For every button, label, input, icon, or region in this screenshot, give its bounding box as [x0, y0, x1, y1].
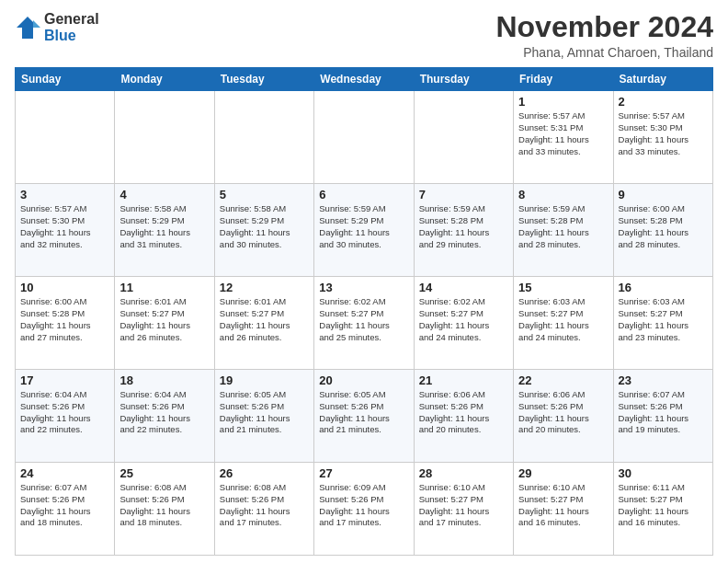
- day-number: 9: [619, 188, 708, 201]
- day-info: Sunrise: 6:05 AM Sunset: 5:26 PM Dayligh…: [319, 389, 408, 436]
- day-info: Sunrise: 5:58 AM Sunset: 5:29 PM Dayligh…: [119, 203, 209, 250]
- calendar-cell: 2Sunrise: 5:57 AM Sunset: 5:30 PM Daylig…: [613, 91, 712, 184]
- calendar-header-monday: Monday: [115, 68, 214, 91]
- day-number: 4: [119, 188, 209, 201]
- calendar-table: SundayMondayTuesdayWednesdayThursdayFrid…: [15, 67, 713, 556]
- svg-marker-1: [33, 20, 40, 28]
- day-info: Sunrise: 5:59 AM Sunset: 5:28 PM Dayligh…: [419, 203, 508, 250]
- day-number: 20: [319, 373, 408, 387]
- day-info: Sunrise: 5:59 AM Sunset: 5:28 PM Dayligh…: [518, 203, 608, 250]
- day-info: Sunrise: 6:00 AM Sunset: 5:28 PM Dayligh…: [619, 203, 708, 250]
- day-number: 19: [220, 373, 309, 387]
- calendar-header-tuesday: Tuesday: [214, 68, 313, 91]
- day-info: Sunrise: 6:03 AM Sunset: 5:27 PM Dayligh…: [619, 296, 708, 343]
- logo-general-text: General: [44, 11, 99, 28]
- calendar-cell: 4Sunrise: 5:58 AM Sunset: 5:29 PM Daylig…: [115, 184, 214, 277]
- calendar-cell: 12Sunrise: 6:01 AM Sunset: 5:27 PM Dayli…: [214, 277, 313, 370]
- day-number: 7: [419, 188, 508, 201]
- day-info: Sunrise: 6:11 AM Sunset: 5:27 PM Dayligh…: [619, 482, 708, 529]
- day-info: Sunrise: 6:02 AM Sunset: 5:27 PM Dayligh…: [319, 296, 408, 343]
- calendar-cell: 30Sunrise: 6:11 AM Sunset: 5:27 PM Dayli…: [613, 463, 712, 556]
- header: General Blue November 2024 Phana, Amnat …: [15, 11, 713, 60]
- day-info: Sunrise: 6:08 AM Sunset: 5:26 PM Dayligh…: [119, 482, 209, 529]
- calendar-header-wednesday: Wednesday: [314, 68, 414, 91]
- calendar-cell: 10Sunrise: 6:00 AM Sunset: 5:28 PM Dayli…: [16, 277, 115, 370]
- calendar-cell: 24Sunrise: 6:07 AM Sunset: 5:26 PM Dayli…: [16, 463, 115, 556]
- day-info: Sunrise: 6:08 AM Sunset: 5:26 PM Dayligh…: [220, 482, 309, 529]
- day-number: 24: [20, 466, 109, 480]
- day-info: Sunrise: 5:59 AM Sunset: 5:29 PM Dayligh…: [319, 203, 408, 250]
- day-info: Sunrise: 6:07 AM Sunset: 5:26 PM Dayligh…: [20, 482, 109, 529]
- calendar-cell: [214, 91, 313, 184]
- calendar-cell: 23Sunrise: 6:07 AM Sunset: 5:26 PM Dayli…: [613, 370, 712, 463]
- calendar-week-1: 1Sunrise: 5:57 AM Sunset: 5:31 PM Daylig…: [16, 91, 713, 184]
- title-block: November 2024 Phana, Amnat Charoen, Thai…: [495, 11, 713, 60]
- calendar-cell: 26Sunrise: 6:08 AM Sunset: 5:26 PM Dayli…: [214, 463, 313, 556]
- logo-icon: [15, 15, 40, 40]
- calendar-cell: 28Sunrise: 6:10 AM Sunset: 5:27 PM Dayli…: [414, 463, 513, 556]
- logo: General Blue: [15, 11, 99, 43]
- logo-blue-text: Blue: [44, 28, 99, 44]
- day-info: Sunrise: 6:10 AM Sunset: 5:27 PM Dayligh…: [419, 482, 508, 529]
- day-number: 2: [619, 95, 708, 109]
- day-number: 28: [419, 466, 508, 480]
- day-info: Sunrise: 6:02 AM Sunset: 5:27 PM Dayligh…: [419, 296, 508, 343]
- calendar-cell: 18Sunrise: 6:04 AM Sunset: 5:26 PM Dayli…: [115, 370, 214, 463]
- day-number: 26: [220, 466, 309, 480]
- day-info: Sunrise: 5:58 AM Sunset: 5:29 PM Dayligh…: [220, 203, 309, 250]
- day-info: Sunrise: 6:07 AM Sunset: 5:26 PM Dayligh…: [619, 389, 708, 436]
- day-info: Sunrise: 5:57 AM Sunset: 5:30 PM Dayligh…: [20, 203, 109, 250]
- day-number: 29: [518, 466, 608, 480]
- day-number: 15: [518, 281, 608, 294]
- day-info: Sunrise: 6:10 AM Sunset: 5:27 PM Dayligh…: [518, 482, 608, 529]
- location: Phana, Amnat Charoen, Thailand: [495, 45, 713, 60]
- calendar-header-sunday: Sunday: [16, 68, 115, 91]
- calendar-cell: 20Sunrise: 6:05 AM Sunset: 5:26 PM Dayli…: [314, 370, 414, 463]
- month-title: November 2024: [495, 11, 713, 43]
- calendar-cell: 19Sunrise: 6:05 AM Sunset: 5:26 PM Dayli…: [214, 370, 313, 463]
- calendar-cell: 25Sunrise: 6:08 AM Sunset: 5:26 PM Dayli…: [115, 463, 214, 556]
- day-number: 18: [119, 373, 209, 387]
- day-info: Sunrise: 6:01 AM Sunset: 5:27 PM Dayligh…: [119, 296, 209, 343]
- page: General Blue November 2024 Phana, Amnat …: [0, 0, 728, 563]
- day-number: 8: [518, 188, 608, 201]
- calendar-cell: 1Sunrise: 5:57 AM Sunset: 5:31 PM Daylig…: [514, 91, 613, 184]
- calendar-cell: 5Sunrise: 5:58 AM Sunset: 5:29 PM Daylig…: [214, 184, 313, 277]
- day-info: Sunrise: 6:04 AM Sunset: 5:26 PM Dayligh…: [20, 389, 109, 436]
- calendar-cell: [414, 91, 513, 184]
- calendar-cell: 8Sunrise: 5:59 AM Sunset: 5:28 PM Daylig…: [514, 184, 613, 277]
- day-info: Sunrise: 6:06 AM Sunset: 5:26 PM Dayligh…: [518, 389, 608, 436]
- calendar-cell: 22Sunrise: 6:06 AM Sunset: 5:26 PM Dayli…: [514, 370, 613, 463]
- day-number: 6: [319, 188, 408, 201]
- calendar-cell: 7Sunrise: 5:59 AM Sunset: 5:28 PM Daylig…: [414, 184, 513, 277]
- day-number: 17: [20, 373, 109, 387]
- day-number: 12: [220, 281, 309, 294]
- day-info: Sunrise: 6:05 AM Sunset: 5:26 PM Dayligh…: [220, 389, 309, 436]
- day-info: Sunrise: 6:01 AM Sunset: 5:27 PM Dayligh…: [220, 296, 309, 343]
- day-number: 11: [119, 281, 209, 294]
- calendar-cell: 15Sunrise: 6:03 AM Sunset: 5:27 PM Dayli…: [514, 277, 613, 370]
- calendar-cell: 29Sunrise: 6:10 AM Sunset: 5:27 PM Dayli…: [514, 463, 613, 556]
- day-number: 1: [518, 95, 608, 109]
- calendar-cell: 27Sunrise: 6:09 AM Sunset: 5:26 PM Dayli…: [314, 463, 414, 556]
- day-info: Sunrise: 5:57 AM Sunset: 5:30 PM Dayligh…: [619, 110, 708, 157]
- calendar-cell: 6Sunrise: 5:59 AM Sunset: 5:29 PM Daylig…: [314, 184, 414, 277]
- calendar-cell: 13Sunrise: 6:02 AM Sunset: 5:27 PM Dayli…: [314, 277, 414, 370]
- calendar-header-saturday: Saturday: [613, 68, 712, 91]
- calendar-cell: 14Sunrise: 6:02 AM Sunset: 5:27 PM Dayli…: [414, 277, 513, 370]
- calendar-header-friday: Friday: [514, 68, 613, 91]
- calendar-week-2: 3Sunrise: 5:57 AM Sunset: 5:30 PM Daylig…: [16, 184, 713, 277]
- day-info: Sunrise: 6:00 AM Sunset: 5:28 PM Dayligh…: [20, 296, 109, 343]
- calendar-header-row: SundayMondayTuesdayWednesdayThursdayFrid…: [16, 68, 713, 91]
- day-number: 10: [20, 281, 109, 294]
- day-number: 30: [619, 466, 708, 480]
- day-number: 25: [119, 466, 209, 480]
- calendar-week-5: 24Sunrise: 6:07 AM Sunset: 5:26 PM Dayli…: [16, 463, 713, 556]
- day-number: 13: [319, 281, 408, 294]
- calendar-cell: [115, 91, 214, 184]
- calendar-cell: 21Sunrise: 6:06 AM Sunset: 5:26 PM Dayli…: [414, 370, 513, 463]
- day-number: 16: [619, 281, 708, 294]
- calendar-cell: 16Sunrise: 6:03 AM Sunset: 5:27 PM Dayli…: [613, 277, 712, 370]
- day-number: 21: [419, 373, 508, 387]
- calendar-cell: 9Sunrise: 6:00 AM Sunset: 5:28 PM Daylig…: [613, 184, 712, 277]
